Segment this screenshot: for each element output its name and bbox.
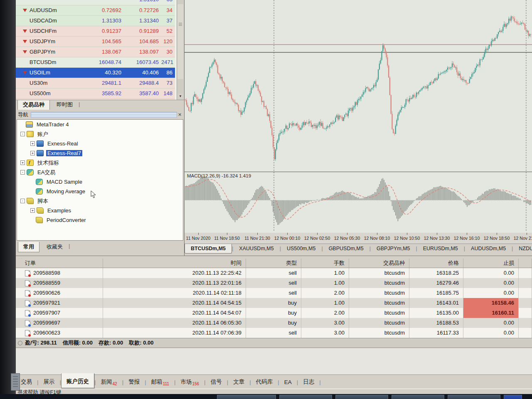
terminal-tab[interactable]: 市场156 — [175, 376, 204, 389]
terminal-tab[interactable]: 邮箱111 — [146, 376, 174, 389]
scrollbar-thumb[interactable] — [177, 4, 183, 79]
expand-icon[interactable]: + — [20, 160, 25, 165]
order-type: buy — [246, 298, 301, 308]
order-row[interactable]: 2095906262020.11.14 02:11:18sell2.00btcu… — [16, 288, 532, 298]
taskbar-button[interactable] — [392, 395, 444, 399]
terminal-tab[interactable]: 日志 — [298, 376, 319, 388]
tree-item[interactable]: MACD Sample — [17, 177, 183, 187]
chart-tab[interactable]: EURUSDm,M5 — [417, 244, 464, 253]
taskbar-button[interactable] — [448, 395, 500, 399]
spread-value: 73 — [161, 78, 175, 88]
taskbar-button[interactable] — [217, 395, 276, 399]
chart-tab[interactable]: BTCUSDm,M5 — [185, 244, 232, 254]
order-row[interactable]: 2095885592020.11.13 22:01:16sell1.00btcu… — [16, 278, 532, 288]
column-header[interactable]: 价格 — [409, 259, 463, 268]
market-watch-row[interactable]: USOILm40.32040.40686 — [16, 68, 175, 78]
collapse-icon[interactable]: - — [20, 170, 25, 175]
spread-value: 148 — [161, 89, 175, 99]
spread-value: 2471 — [161, 57, 175, 67]
time-axis-label: 12 Nov 18:50 — [484, 236, 510, 241]
order-row[interactable]: 2096006232020.11.14 07:06:39sell3.00btcu… — [16, 328, 532, 338]
server-icon — [37, 150, 44, 156]
order-row[interactable]: 2095885982020.11.13 22:25:42sell1.00btcu… — [16, 268, 532, 278]
column-header[interactable]: 类型 — [246, 259, 301, 268]
summary-item: 取款: 0.00 — [129, 339, 153, 347]
terminal-tab[interactable]: 文章 — [228, 376, 249, 388]
time-axis-label: 11 Nov 18:50 — [214, 236, 240, 241]
navigator-close-icon[interactable]: × — [177, 112, 182, 118]
market-watch-row[interactable]: GBPJPYm138.067138.09730 — [16, 47, 175, 57]
order-id: 209588598 — [16, 268, 103, 278]
collapse-icon[interactable]: - — [20, 199, 25, 203]
column-header[interactable]: 交易品种 — [349, 259, 409, 268]
order-type: sell — [246, 328, 301, 338]
table-row-partial[interactable]: 1.3161063 — [16, 0, 175, 5]
chart-tab[interactable]: GBPUSDm,M5 — [323, 244, 369, 253]
terminal-tab[interactable]: 警报 — [123, 376, 145, 388]
collapse-icon[interactable]: - — [20, 132, 25, 136]
order-row[interactable]: 2095996972020.11.14 06:05:30buy3.00btcus… — [16, 318, 532, 328]
tree-item[interactable]: -EA交易 — [17, 167, 183, 177]
chart-tab[interactable]: AUDUSDm,M5 — [465, 244, 512, 253]
symbol-name: GBPJPYm — [16, 47, 87, 57]
column-header[interactable]: 手数 — [301, 259, 349, 268]
terminal-tab[interactable]: 展示 — [39, 376, 60, 388]
market-watch-row[interactable]: BTCUSDm16048.7416073.452471 — [16, 57, 175, 68]
taskbar-button[interactable] — [335, 395, 388, 399]
candlestick-chart[interactable] — [185, 0, 532, 172]
time-axis-label: 12 Nov 10:50 — [394, 236, 420, 241]
tree-item[interactable]: +Exness-Real — [17, 139, 183, 148]
tab-favorites[interactable]: 收藏夹 — [42, 242, 68, 252]
bid-value: 138.067 — [87, 47, 124, 57]
tree-item-label: Examples — [46, 207, 72, 214]
market-watch-row[interactable]: USDJPYm104.565104.685120 — [16, 37, 175, 47]
market-watch-row[interactable]: USDCHFm0.912370.9128952 — [16, 26, 175, 37]
market-watch-scrollbar[interactable]: ▼ — [177, 0, 184, 100]
tree-item[interactable]: PeriodConverter — [17, 215, 183, 225]
expand-icon[interactable]: + — [30, 141, 35, 146]
chart-tab[interactable]: US500m,M5 — [281, 244, 321, 253]
taskbar-button[interactable] — [504, 395, 522, 399]
tab-symbols[interactable]: 交易品种 — [17, 100, 50, 110]
arrow-down-icon — [23, 40, 27, 43]
tree-item[interactable]: MetaTrader 4 — [17, 120, 183, 129]
market-watch-row[interactable]: US30m29481.129488.473 — [16, 78, 175, 89]
summary-item: 盈/亏: 298.11 — [25, 339, 57, 347]
terminal-tab[interactable]: 代码库 — [251, 376, 278, 388]
column-header[interactable]: 订单 — [16, 259, 103, 268]
tree-item[interactable]: -脚本 — [17, 196, 183, 206]
expand-icon[interactable]: + — [30, 151, 35, 155]
order-row[interactable]: 2095979072020.11.14 04:54:07buy2.00btcus… — [16, 308, 532, 318]
expand-icon[interactable]: + — [30, 208, 35, 213]
tree-item[interactable]: +Exness-Real7 — [17, 148, 183, 158]
order-type: buy — [246, 308, 301, 318]
market-watch-row[interactable]: US500m3585.923587.40148 — [16, 89, 175, 99]
terminal-tab[interactable]: 信号 — [206, 376, 227, 388]
orders-table-header[interactable]: 订单时间类型手数交易品种价格止损 — [16, 259, 532, 268]
navigator-titlebar[interactable]: 导航 × — [17, 111, 182, 118]
terminal-tab[interactable]: EA — [279, 377, 297, 388]
time-axis-label: 12 Nov 00:10 — [274, 236, 300, 241]
scrollbar-down-arrow-icon[interactable]: ▼ — [177, 94, 183, 99]
tree-item-label: MetaTrader 4 — [35, 121, 70, 128]
taskbar-button[interactable] — [279, 395, 332, 399]
terminal-tab[interactable]: 新闻42 — [96, 376, 122, 389]
tree-item[interactable]: Moving Average — [17, 187, 183, 196]
tab-tick-chart[interactable]: 即时图 — [52, 100, 78, 110]
chart-tab[interactable]: XAUUSDm,M5 — [233, 244, 279, 253]
market-watch-row[interactable]: USDCADm1.313031.3134037 — [16, 16, 175, 26]
market-watch-row[interactable]: AUDUSDm0.726920.7272634 — [16, 5, 175, 16]
tab-common[interactable]: 常用 — [18, 242, 39, 252]
windows-taskbar[interactable] — [0, 394, 532, 399]
terminal-tab[interactable]: 账户历史 — [61, 373, 94, 388]
chart-tab[interactable]: NZDUSDm,M5 — [513, 244, 532, 253]
tree-item[interactable]: -账户 — [17, 129, 183, 139]
chart-tab[interactable]: GBPJPYm,M5 — [371, 244, 416, 253]
macd-indicator-pane[interactable]: MACD(12,26,9) -16.324 1.419 — [185, 172, 532, 234]
order-row[interactable]: 2095979212020.11.14 04:54:15buy1.00btcus… — [16, 298, 532, 308]
tree-item[interactable]: +Examples — [17, 206, 183, 215]
column-header[interactable]: 止损 — [463, 259, 519, 268]
spread-value: 52 — [161, 26, 175, 36]
column-header[interactable]: 时间 — [103, 259, 246, 268]
tree-item[interactable]: +f技术指标 — [17, 158, 183, 167]
